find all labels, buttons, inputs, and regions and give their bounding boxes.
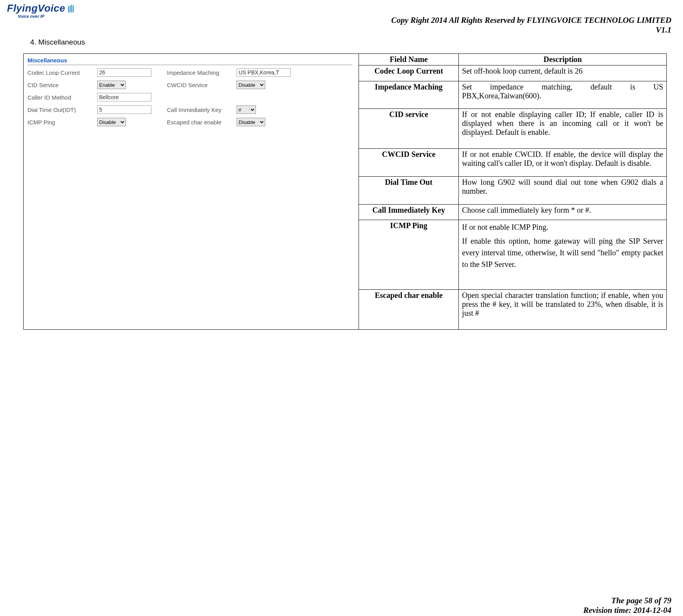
description-cell: Open special character translation funct…: [459, 290, 667, 330]
field-name-cell: CID service: [359, 109, 459, 149]
table-row: Impedance MachingSet impedance matching,…: [359, 81, 667, 109]
dropdown[interactable]: Disable: [237, 81, 265, 89]
field-label: CID Service: [27, 82, 97, 88]
description-cell: If or not enable displaying caller ID; I…: [459, 109, 667, 149]
field-name-cell: Dial Time Out: [359, 176, 459, 204]
brand-logo: FlyingVoice Voice over IP: [7, 2, 76, 19]
page-number: The page 58 of 79: [583, 596, 671, 606]
dropdown[interactable]: Disable: [237, 118, 265, 126]
description-cell: If or not enable ICMP Ping.If enable thi…: [459, 220, 667, 290]
th-field: Field Name: [359, 54, 459, 65]
table-row: Escaped char enableOpen special characte…: [359, 290, 667, 330]
field-name-cell: Call Immediately Key: [359, 204, 459, 220]
dropdown[interactable]: #: [237, 105, 256, 114]
embedded-screenshot: Miscellaneous Codec Loop CurrentImpedanc…: [23, 53, 359, 330]
field-name-cell: Escaped char enable: [359, 290, 459, 330]
description-cell: How long G902 will sound dial out tone w…: [459, 176, 667, 204]
wave-icon: [68, 5, 76, 15]
table-row: Call Immediately KeyChoose call immediat…: [359, 204, 667, 220]
text-input[interactable]: [97, 93, 151, 102]
text-input[interactable]: [237, 68, 291, 77]
description-cell: Set impedance matching, default is US PB…: [459, 81, 667, 109]
page-footer: The page 58 of 79 Revision time: 2014-12…: [583, 596, 671, 615]
table-row: ICMP PingIf or not enable ICMP Ping.If e…: [359, 220, 667, 290]
text-input[interactable]: [97, 105, 151, 114]
field-label: Call Immediately Key: [167, 107, 237, 113]
field-label: ICMP Ping: [27, 119, 97, 126]
field-label: Escaped char enable: [167, 119, 237, 126]
field-label: Caller ID Method: [27, 94, 97, 101]
copyright-text: Copy Right 2014 All Rights Reserved by F…: [391, 15, 671, 25]
table-row: CID serviceIf or not enable displaying c…: [359, 109, 667, 149]
field-name-cell: ICMP Ping: [359, 220, 459, 290]
text-input[interactable]: [97, 68, 151, 77]
description-cell: Set off-hook loop current, default is 26: [459, 65, 667, 81]
brand-tagline: Voice over IP: [18, 14, 76, 19]
description-cell: Choose call immediately key form * or #.: [459, 204, 667, 220]
version-text: V1.1: [391, 25, 671, 35]
panel-title: Miscellaneous: [27, 57, 353, 65]
dropdown[interactable]: Disable: [97, 118, 126, 126]
revision-time: Revision time: 2014-12-04: [583, 606, 671, 615]
field-label: Dial Time Out(IDT): [27, 107, 97, 113]
field-name-cell: CWCID Service: [359, 149, 459, 177]
description-table: Field Name Description Codec Loop Curren…: [359, 53, 667, 330]
th-desc: Description: [459, 54, 667, 65]
table-row: CWCID ServiceIf or not enable CWCID. If …: [359, 149, 667, 177]
table-row: Dial Time OutHow long G902 will sound di…: [359, 176, 667, 204]
field-label: Codec Loop Current: [27, 69, 97, 76]
field-name-cell: Impedance Maching: [359, 81, 459, 109]
section-heading: 4. Miscellaneous: [30, 38, 671, 46]
field-name-cell: Codec Loop Current: [359, 65, 459, 81]
table-row: Codec Loop CurrentSet off-hook loop curr…: [359, 65, 667, 81]
description-cell: If or not enable CWCID. If enable, the d…: [459, 149, 667, 177]
field-label: Impedance Maching: [167, 69, 237, 76]
dropdown[interactable]: Enable: [97, 81, 126, 89]
field-label: CWCID Service: [167, 82, 237, 88]
header-right: Copy Right 2014 All Rights Reserved by F…: [391, 15, 671, 35]
